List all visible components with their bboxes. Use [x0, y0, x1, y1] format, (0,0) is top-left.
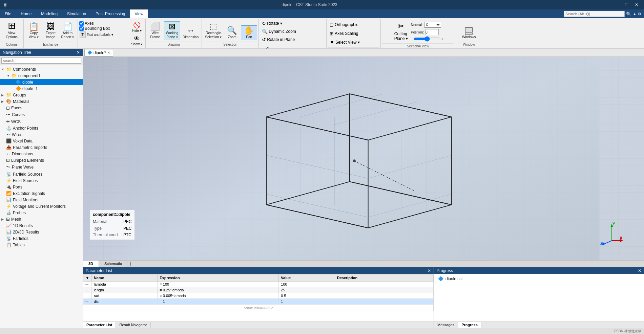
tab-dipole-close[interactable]: ✕ [107, 51, 110, 54]
tree-item-tables[interactable]: 📋 Tables [0, 242, 83, 248]
tree-item-faces[interactable]: ◻ Faces [0, 105, 83, 111]
axes-checkbox[interactable] [79, 21, 84, 26]
param-row-lambda[interactable]: — lambda = 100 100 [83, 282, 434, 287]
windows-button[interactable]: Windows [460, 26, 478, 40]
zoom-button[interactable]: 🔍 Zoom [224, 25, 240, 40]
menu-modeling[interactable]: Modeling [36, 9, 62, 18]
tree-item-anchor-points[interactable]: ⚓ Anchor Points [0, 125, 83, 131]
tree-item-wires[interactable]: 〰 Wires [0, 131, 83, 138]
svg-point-10 [353, 159, 356, 162]
show-button[interactable]: 👁 Show ▾ [129, 35, 144, 47]
view-tab-3d[interactable]: 3D [83, 261, 99, 267]
param-dis-description [335, 299, 433, 305]
position-input[interactable] [425, 29, 439, 35]
cutting-plane-button[interactable]: ✂ CuttingPlane ▾ [393, 21, 410, 42]
progress-close-icon[interactable]: ✕ [638, 268, 641, 273]
bounding-box-checkbox-label[interactable]: Bounding Box [79, 26, 110, 31]
pan-button[interactable]: ✋ Pan [241, 25, 257, 40]
view-options-button[interactable]: ⊞ ViewOptions [4, 20, 20, 40]
param-new-row[interactable]: <new parameter> [83, 305, 434, 311]
tree-item-plane-wave[interactable]: 〜 Plane Wave [0, 163, 83, 171]
tree-item-dimensions[interactable]: ↔ Dimensions [0, 151, 83, 157]
tree-item-mesh[interactable]: ▶ ⊞ Mesh [0, 216, 83, 222]
result-navigator-tab[interactable]: Result Navigator [116, 322, 150, 328]
copy-view-button[interactable]: 📋 CopyView ▾ [26, 21, 42, 40]
tree-item-field-monitors[interactable]: 📊 Field Monitors [0, 197, 83, 203]
working-plane-button[interactable]: ⊠ WorkingPlane ▾ [164, 21, 180, 40]
sidebar-search-input[interactable] [1, 58, 81, 64]
tree-item-groups[interactable]: ▶ 📁 Groups [0, 92, 83, 98]
viewport-3d[interactable]: Y Z X component1:dipole MaterialPEC [83, 57, 644, 260]
select-view-row: ▼ Select View ▾ [328, 39, 361, 46]
param-lambda-description [335, 282, 433, 287]
dimension-icon: ↔ [187, 26, 195, 35]
view-tab-schematic[interactable]: Schematic [99, 261, 127, 267]
dimension-button[interactable]: ↔ Dimension [181, 25, 200, 40]
messages-tab[interactable]: Messages [434, 322, 458, 328]
tree-item-ports[interactable]: 🔌 Ports [0, 184, 83, 190]
orthographic-button[interactable]: ◻ Orthographic [328, 21, 360, 28]
tree-item-parametric-imports[interactable]: 📥 Parametric Imports [0, 144, 83, 151]
sidebar-close-icon[interactable]: ✕ [77, 50, 80, 55]
tree-item-wcs[interactable]: ✛ WCS [0, 118, 83, 125]
param-list-close-icon[interactable]: ✕ [428, 268, 431, 273]
maximize-button[interactable]: ☐ [622, 1, 631, 8]
export-image-button[interactable]: 🖼 ExportImage [43, 21, 59, 40]
text-labels-button[interactable]: T Text and Labels ▾ [79, 31, 113, 38]
tree-item-farfield-sources[interactable]: 📡 Farfield Sources [0, 171, 83, 177]
tree-item-materials[interactable]: ▶ 🎨 Materials [0, 98, 83, 105]
axes-scaling-button[interactable]: ⊞ Axes Scaling [328, 30, 360, 37]
mouse-row2: 🔍 Dynamic Zoom [260, 28, 298, 35]
param-lambda-name: lambda [91, 282, 157, 287]
close-button[interactable]: ✕ [632, 1, 641, 8]
axes-checkbox-label[interactable]: Axes [79, 21, 94, 26]
status-bar-right: CSDN @懒雅永绿 [614, 329, 641, 334]
tree-item-farfields[interactable]: 📡 Farfields [0, 235, 83, 242]
hide-button[interactable]: 🚫 Hide ▾ [130, 21, 143, 34]
menu-post-processing[interactable]: Post-Processing [91, 9, 130, 18]
position-slider[interactable] [414, 37, 441, 41]
rotate-button[interactable]: ↻ Rotate ▾ [260, 20, 284, 27]
tree-item-field-sources[interactable]: ⚡ Field Sources [0, 177, 83, 184]
menu-home[interactable]: Home [16, 9, 36, 18]
probes-icon: 🔬 [6, 210, 12, 215]
param-list-tab[interactable]: Parameter List [83, 322, 116, 328]
tree-item-component1[interactable]: ▼ 📁 component1 [0, 72, 83, 79]
dipole-label: dipole [22, 80, 33, 85]
normal-select[interactable]: XYZ [424, 22, 441, 28]
menu-file[interactable]: File [0, 9, 16, 18]
progress-tab[interactable]: Progress [458, 322, 481, 328]
tree-item-voxel-data[interactable]: ⬛ Voxel Data [0, 138, 83, 144]
wire-frame-button[interactable]: ⬜ WireFrame [147, 21, 163, 40]
tree-item-dipole1[interactable]: 🔶 dipole_1 [0, 85, 83, 92]
tree-item-voltage-current[interactable]: ⚡ Voltage and Current Monitors [0, 203, 83, 209]
svg-text:X: X [620, 236, 622, 241]
ribbon-group-exchange-label: Exchange [25, 42, 76, 47]
tree-expand-materials: ▶ [1, 100, 5, 103]
tree-item-excitation-signals[interactable]: 📶 Excitation Signals [0, 190, 83, 197]
hide-show-buttons: 🚫 Hide ▾ 👁 Show ▾ [129, 21, 144, 47]
pan-label: Pan [246, 35, 252, 39]
search-input[interactable] [564, 11, 625, 17]
param-row-length[interactable]: — length = 0.25*lambda 25 [83, 287, 434, 293]
param-row-rad[interactable]: — rad = 0.005*lambda 0.5 [83, 293, 434, 299]
minimize-button[interactable]: — [611, 1, 621, 8]
progress-panel-tabs: Messages Progress [434, 321, 644, 328]
dynamic-zoom-button[interactable]: 🔍 Dynamic Zoom [260, 28, 298, 35]
tree-item-dipole[interactable]: 🔷 dipole [0, 79, 83, 85]
tree-item-components[interactable]: ▼ 📁 Components [0, 66, 83, 72]
menu-view[interactable]: View [130, 9, 148, 18]
param-row-dis[interactable]: — dis = 1 1 [83, 299, 434, 305]
tab-dipole[interactable]: 🔷 dipole* ✕ [84, 49, 113, 57]
tree-item-2d-3d-results[interactable]: 📊 2D/3D Results [0, 229, 83, 235]
tree-item-lumped-elements[interactable]: ⊡ Lumped Elements [0, 157, 83, 163]
add-to-report-button[interactable]: 📄 Add toReport ▾ [60, 21, 76, 40]
select-view-button[interactable]: ▼ Select View ▾ [328, 39, 361, 46]
tree-item-probes[interactable]: 🔬 Probes [0, 209, 83, 216]
menu-simulation[interactable]: Simulation [62, 9, 91, 18]
tree-item-1d-results[interactable]: 📈 1D Results [0, 222, 83, 229]
rectangle-selection-button[interactable]: ⬚ RectangleSelection ▾ [203, 21, 223, 40]
bounding-box-checkbox[interactable] [79, 26, 84, 31]
rotate-in-plane-button[interactable]: ↺ Rotate in Plane [260, 36, 296, 43]
tree-item-curves[interactable]: 〜 Curves [0, 111, 83, 118]
